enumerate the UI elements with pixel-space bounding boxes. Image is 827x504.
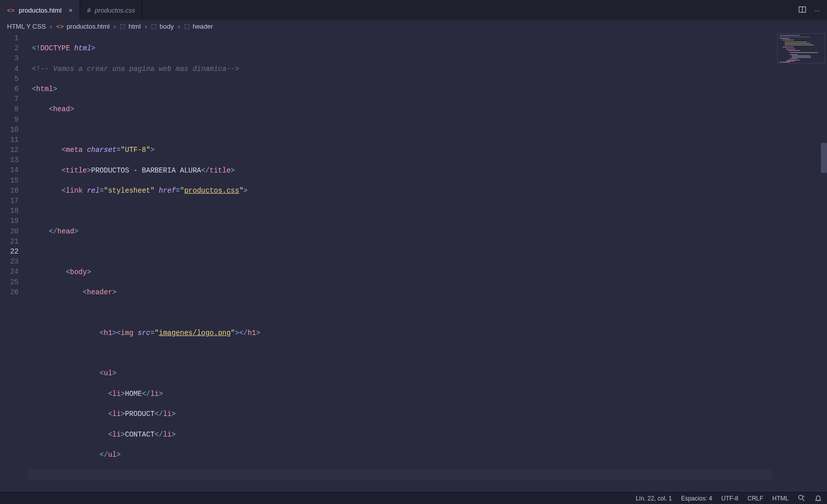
svg-point-3	[803, 496, 804, 497]
struct-icon: ⬚	[184, 23, 190, 30]
notifications-icon[interactable]	[814, 494, 822, 502]
chevron-right-icon: ›	[145, 23, 147, 30]
breadcrumb-root[interactable]: HTML Y CSS	[7, 23, 46, 30]
status-indent[interactable]: Espacios: 4	[681, 495, 712, 502]
breadcrumb-part[interactable]: html	[128, 23, 141, 30]
struct-icon: ⬚	[120, 23, 125, 30]
status-eol[interactable]: CRLF	[747, 495, 763, 502]
scrollbar-thumb[interactable]	[821, 143, 827, 173]
html-file-icon: <>	[56, 23, 63, 30]
breadcrumb: HTML Y CSS › <> productos.html › ⬚ html …	[0, 20, 827, 32]
close-icon[interactable]: ×	[68, 7, 72, 14]
svg-point-2	[799, 495, 803, 499]
chevron-right-icon: ›	[50, 23, 52, 30]
more-actions-icon[interactable]: ···	[814, 7, 820, 14]
status-encoding[interactable]: UTF-8	[721, 495, 738, 502]
status-language[interactable]: HTML	[772, 495, 789, 502]
css-file-icon: #	[87, 7, 91, 14]
breadcrumb-part[interactable]: header	[193, 23, 213, 30]
breadcrumb-file[interactable]: productos.html	[67, 23, 110, 30]
struct-icon: ⬚	[151, 23, 157, 30]
tab-label: productos.html	[19, 7, 61, 14]
line-number-gutter: 1 2 3 4 5 6 7 8 9 10 11 12 13 14 15 16 1…	[0, 32, 28, 492]
editor: 1 2 3 4 5 6 7 8 9 10 11 12 13 14 15 16 1…	[0, 32, 827, 492]
status-cursor-position[interactable]: Lín. 22, col. 1	[636, 495, 672, 502]
tab-productos-html[interactable]: <> productos.html ×	[0, 0, 80, 20]
split-editor-icon[interactable]	[798, 6, 806, 15]
breadcrumb-part[interactable]: body	[160, 23, 174, 30]
tab-bar: <> productos.html × # productos.css ···	[0, 0, 827, 20]
feedback-icon[interactable]	[798, 494, 805, 502]
chevron-right-icon: ›	[178, 23, 180, 30]
minimap[interactable]	[772, 32, 827, 492]
chevron-right-icon: ›	[114, 23, 116, 30]
code-area[interactable]: <!DOCTYPE html> <!-- Vamos a crear una p…	[28, 32, 772, 492]
status-bar: Lín. 22, col. 1 Espacios: 4 UTF-8 CRLF H…	[0, 492, 827, 504]
tab-productos-css[interactable]: # productos.css	[80, 0, 142, 20]
tab-label: productos.css	[95, 7, 135, 14]
html-file-icon: <>	[7, 7, 15, 14]
